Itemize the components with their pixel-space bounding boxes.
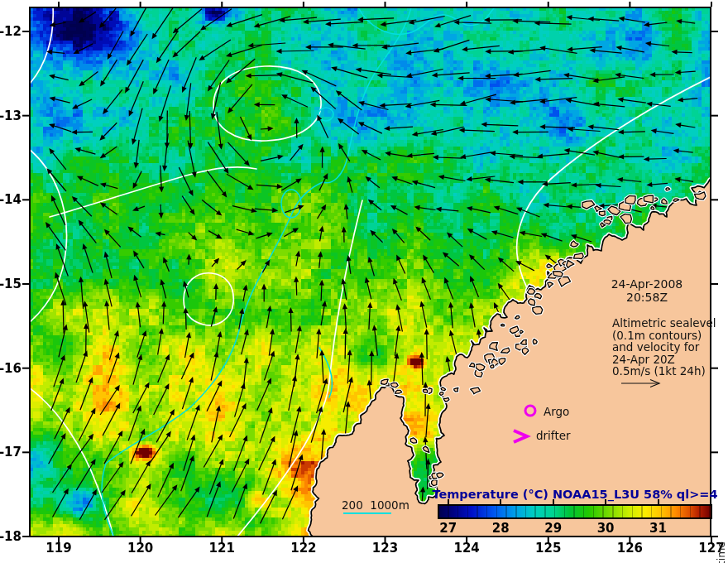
x-tick-label: 121	[204, 541, 240, 556]
bathymetry-legend-label: 200 1000m	[342, 498, 410, 512]
bathymetry-contours	[102, 7, 495, 537]
colorbar-tick-label: 27	[430, 521, 467, 536]
y-tick-label: -17	[0, 445, 22, 459]
sst-map-figure: 24-Apr-2008 20:58Z Altimetric sealevel(0…	[0, 0, 728, 563]
colorbar-tick	[605, 499, 606, 504]
x-tick-label: 124	[448, 541, 485, 556]
bathymetry-legend-line	[343, 512, 391, 514]
colorbar	[438, 504, 712, 519]
y-tick-label: -13	[0, 109, 22, 123]
altimetric-note-line: 0.5m/s (1kt 24h)	[612, 365, 716, 378]
colorbar-tick	[500, 499, 501, 504]
colorbar-title: Temperature (°C) NOAA15_L3U 58% ql>=4	[414, 488, 728, 501]
imos-watermark: © IMOS 05-Apr-2015 00:16:46 Hobart time	[715, 541, 727, 563]
colorbar-segments	[439, 506, 711, 517]
x-tick-label: 119	[41, 541, 77, 556]
map-datetime-line1: 24-Apr-2008	[601, 277, 693, 291]
colorbar-tick-label: 30	[587, 521, 624, 536]
altimetric-note: Altimetric sealevel(0.1m contours)and ve…	[612, 317, 716, 378]
x-tick-label: 125	[530, 541, 567, 556]
argo-legend-label: Argo	[544, 405, 569, 418]
x-tick-label: 120	[122, 541, 159, 556]
map-datetime-line2: 20:58Z	[601, 291, 693, 304]
altimetric-note-line: Altimetric sealevel	[612, 317, 716, 330]
colorbar-tick-label: 28	[482, 521, 519, 536]
altimetric-note-line: (0.1m contours)	[612, 330, 716, 342]
y-tick-label: -15	[0, 277, 22, 291]
x-tick-label: 122	[285, 541, 322, 556]
y-tick-label: -14	[0, 193, 22, 206]
y-tick-label: -12	[0, 25, 22, 38]
x-tick-label: 126	[611, 541, 648, 556]
altimetric-note-line: 24-Apr 20Z	[612, 354, 716, 366]
drifter-legend-label: drifter	[536, 429, 571, 442]
colorbar-tick	[448, 499, 449, 504]
colorbar-tick	[658, 499, 659, 504]
colorbar-tick	[553, 499, 554, 504]
y-tick-label: -18	[0, 530, 22, 543]
altimetric-note-line: and velocity for	[612, 341, 716, 354]
x-tick-label: 123	[367, 541, 404, 556]
colorbar-tick-label: 29	[535, 521, 572, 536]
colorbar-tick-label: 31	[640, 521, 677, 536]
y-tick-label: -16	[0, 362, 22, 375]
